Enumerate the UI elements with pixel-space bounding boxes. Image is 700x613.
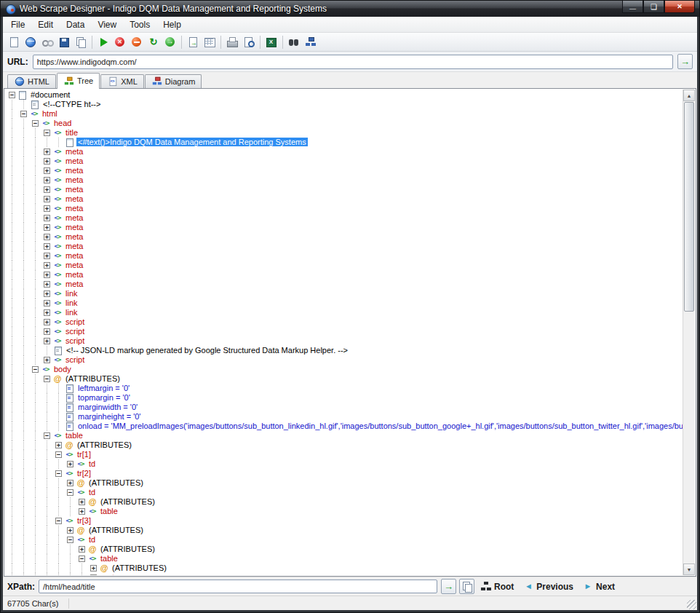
tree-node[interactable]: +<>meta [7,213,683,223]
tree-node[interactable]: topmargin = '0' [7,393,683,403]
tree-node-label[interactable]: #document [29,90,71,99]
expand-icon[interactable]: + [44,243,50,250]
expand-icon[interactable]: + [44,186,50,193]
tree-node-label[interactable]: head [52,119,73,127]
tree-node-label[interactable]: meta [64,157,84,165]
tree-node-label[interactable]: table [99,507,119,515]
tree-node[interactable]: +@(ATTRIBUTES) [7,563,683,573]
tree-node[interactable]: +<>script [7,355,683,365]
tree-node[interactable]: +<>script [7,327,683,336]
close-button[interactable] [664,1,695,13]
tree-node-label[interactable]: leftmargin = '0' [76,384,131,392]
refresh-button[interactable] [146,34,162,50]
tree-node[interactable]: +<>meta [7,242,683,251]
tree-node-label[interactable]: table [99,554,119,563]
print-button[interactable] [224,34,240,50]
save-button[interactable] [56,34,72,50]
tree-node[interactable]: +<>meta [7,232,683,242]
url-input[interactable] [33,55,673,69]
tree-node[interactable]: +@(ATTRIBUTES) [7,440,683,450]
tree-node[interactable]: +<>link [7,289,683,298]
next-button[interactable]: Next [579,580,618,593]
collapse-icon[interactable]: − [32,366,39,373]
tree-node[interactable]: −<>title [7,128,683,138]
expand-icon[interactable]: + [67,461,73,467]
tree-node[interactable]: −<>tr[1] [7,450,683,459]
xpath-copy-button[interactable] [459,579,474,594]
tree-node-label[interactable]: link [64,298,79,307]
tree-node-label[interactable]: <!--CTYPE ht--> [41,100,102,108]
tree-node[interactable]: <!-- JSON-LD markup generated by Google … [7,346,683,355]
expand-icon[interactable]: + [90,565,97,572]
tree-node-label[interactable]: meta [64,232,84,241]
tree-node-label[interactable]: meta [64,280,84,288]
tree-node-label[interactable]: (ATTRIBUTES) [111,563,168,572]
tree-node-label[interactable]: td [87,535,97,544]
tree-node-label[interactable]: meta [64,242,84,250]
link-button[interactable] [39,34,55,50]
tree-node-label[interactable]: tr[2] [76,469,92,478]
new-button[interactable] [6,34,22,50]
print-preview-button[interactable] [241,34,257,50]
tree-node-label[interactable]: meta [64,185,84,194]
expand-icon[interactable]: + [67,480,73,486]
expand-icon[interactable]: + [67,527,73,534]
tree-node-label[interactable]: title [64,128,79,137]
tree-node-label[interactable]: html [41,109,59,118]
collapse-icon[interactable]: − [44,130,50,136]
expand-icon[interactable]: + [44,309,50,316]
collapse-icon[interactable]: − [44,376,50,382]
tree-node[interactable]: +<>meta [7,204,683,213]
tree-node[interactable]: −<>body [7,365,683,374]
tab-diagram[interactable]: Diagram [145,74,202,88]
stop-button[interactable] [112,34,128,50]
tree-node[interactable]: −<>html [7,109,683,119]
scroll-down-button[interactable] [683,563,695,575]
expand-icon[interactable]: + [79,499,85,505]
tree-node-label[interactable]: meta [64,175,84,184]
expand-icon[interactable]: + [44,328,50,335]
tree-node[interactable]: −<>td [7,535,683,545]
tab-tree[interactable]: Tree [57,73,100,89]
tree-node[interactable]: +<>link [7,308,683,317]
tree-node[interactable]: +<>meta [7,270,683,280]
tree-node-label[interactable]: script [64,317,86,326]
xpath-input[interactable] [39,580,437,593]
expand-icon[interactable]: + [44,234,50,240]
tree-node[interactable]: −<>tr[2] [7,469,683,478]
collapse-icon[interactable]: − [32,120,39,127]
expand-icon[interactable]: + [44,177,50,183]
export-document-button[interactable] [185,34,201,50]
open-web-button[interactable] [23,34,39,50]
tree-node-label[interactable]: meta [64,223,84,232]
tree-node-label[interactable]: link [64,289,79,298]
expand-icon[interactable]: + [44,158,50,165]
tree-node[interactable]: −<>head [7,119,683,128]
tree-node-label[interactable]: (ATTRIBUTES) [64,374,122,383]
tree-node[interactable]: marginwidth = '0' [7,403,683,412]
url-go-button[interactable] [677,54,693,69]
tree-node-label[interactable]: meta [64,166,84,175]
collapse-icon[interactable]: − [55,518,62,524]
tree-node-label[interactable]: meta [64,194,84,203]
tree-node[interactable]: +@(ATTRIBUTES) [7,478,683,488]
data-grid-button[interactable] [202,34,218,50]
copy-button[interactable] [73,34,89,50]
excel-export-button[interactable] [263,34,279,50]
tree-node[interactable]: marginheight = '0' [7,412,683,422]
tree-node[interactable]: +<>td [7,459,683,469]
tree-node[interactable]: +<>meta [7,280,683,289]
tree-node-label[interactable]: (ATTRIBUTES) [87,526,145,534]
navigate-button[interactable] [162,34,178,50]
expand-icon[interactable]: + [44,167,50,174]
tree-node[interactable]: +<>meta [7,185,683,194]
tree-node[interactable]: leftmargin = '0' [7,384,683,393]
tree-node[interactable]: +<>meta [7,175,683,185]
expand-icon[interactable]: + [44,149,50,155]
tree-node-label[interactable]: (ATTRIBUTES) [87,478,145,487]
find-button[interactable] [286,34,302,50]
resize-grip[interactable] [687,600,696,609]
collapse-icon[interactable]: − [20,111,27,117]
expand-icon[interactable]: + [79,508,85,515]
tree-node-label[interactable]: <#text()>Indigo DQM Data Management and … [76,138,308,146]
